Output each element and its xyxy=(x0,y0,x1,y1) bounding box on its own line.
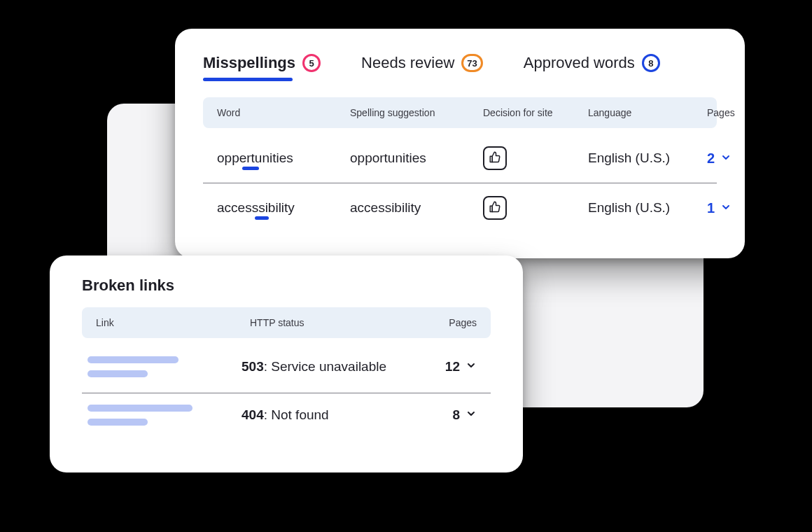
pages-count: 2 xyxy=(707,150,715,167)
pages-count: 8 xyxy=(452,407,460,423)
col-link: Link xyxy=(96,317,250,328)
link-placeholder xyxy=(88,356,241,377)
misspellings-card: Misspellings 5 Needs review 73 Approved … xyxy=(175,29,745,258)
pages-expand[interactable]: 2 xyxy=(707,150,732,167)
table-row: accesssibility accessibility English (U.… xyxy=(203,183,717,232)
chevron-down-icon xyxy=(465,359,477,374)
card-title: Broken links xyxy=(82,276,491,295)
col-http: HTTP status xyxy=(250,317,432,328)
thumbs-up-icon xyxy=(489,200,501,216)
col-pages: Pages xyxy=(432,317,477,328)
table-row: 404: Not found 8 xyxy=(82,393,491,441)
spelling-suggestion: opportunities xyxy=(350,150,483,166)
tab-label: Misspellings xyxy=(203,54,295,72)
pages-expand[interactable]: 12 xyxy=(424,359,477,374)
spellcheck-tabs: Misspellings 5 Needs review 73 Approved … xyxy=(203,54,717,80)
link-placeholder xyxy=(88,405,241,426)
chevron-down-icon xyxy=(465,407,477,423)
tab-count-badge: 73 xyxy=(461,54,482,72)
broken-links-card: Broken links Link HTTP status Pages 503:… xyxy=(50,255,523,472)
misspelled-word: oppertunities xyxy=(217,150,293,166)
tab-label: Approved words xyxy=(524,54,635,72)
language-cell: English (U.S.) xyxy=(588,150,707,166)
col-suggestion: Spelling suggestion xyxy=(350,107,483,118)
pages-expand[interactable]: 8 xyxy=(424,407,477,423)
tab-count-badge: 5 xyxy=(302,54,321,72)
tab-needs-review[interactable]: Needs review 73 xyxy=(361,54,483,80)
pages-count: 1 xyxy=(707,200,715,216)
error-underline xyxy=(255,216,269,220)
spelling-suggestion: accessibility xyxy=(350,200,483,216)
tab-count-badge: 8 xyxy=(642,54,660,72)
col-word: Word xyxy=(217,107,350,118)
error-underline xyxy=(242,167,259,170)
col-pages: Pages xyxy=(707,107,735,118)
tab-approved-words[interactable]: Approved words 8 xyxy=(524,54,660,80)
http-code: 404 xyxy=(241,407,264,422)
col-decision: Decision for site xyxy=(483,107,588,118)
table-row: oppertunities opportunities English (U.S… xyxy=(203,134,717,183)
broken-links-table-header: Link HTTP status Pages xyxy=(82,307,491,338)
misspellings-table-header: Word Spelling suggestion Decision for si… xyxy=(203,97,717,128)
thumbs-up-icon xyxy=(489,150,501,167)
tab-label: Needs review xyxy=(361,54,454,72)
http-status: 503: Service unavailable xyxy=(241,359,424,374)
chevron-down-icon xyxy=(720,200,732,216)
http-status: 404: Not found xyxy=(241,407,424,423)
http-code: 503 xyxy=(241,359,264,374)
tab-misspellings[interactable]: Misspellings 5 xyxy=(203,54,321,80)
misspelled-word: accesssibility xyxy=(217,200,295,216)
pages-count: 12 xyxy=(445,359,460,374)
chevron-down-icon xyxy=(720,150,732,167)
approve-button[interactable] xyxy=(483,196,507,220)
col-language: Language xyxy=(588,107,707,118)
table-row: 503: Service unavailable 12 xyxy=(82,345,491,393)
http-text: : Service unavailable xyxy=(264,359,386,374)
http-text: : Not found xyxy=(264,407,329,422)
pages-expand[interactable]: 1 xyxy=(707,200,732,216)
language-cell: English (U.S.) xyxy=(588,200,707,216)
approve-button[interactable] xyxy=(483,146,507,170)
